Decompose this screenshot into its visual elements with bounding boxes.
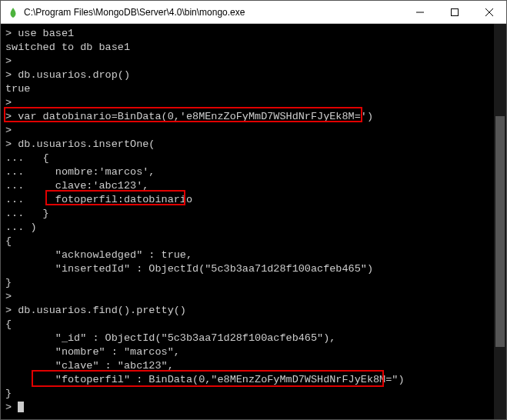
terminal-line: } xyxy=(5,387,502,401)
minimize-button[interactable] xyxy=(402,1,437,23)
terminal-line: > var datobinario=BinData(0,'e8MEnzZoFyM… xyxy=(5,110,502,124)
terminal-line: } xyxy=(5,276,502,290)
scrollbar[interactable] xyxy=(494,24,506,419)
window-controls xyxy=(402,1,506,23)
terminal-line: ... fotoperfil:datobinario xyxy=(5,193,502,207)
terminal-line: ... } xyxy=(5,207,502,221)
terminal-line: > db.usuarios.drop() xyxy=(5,68,502,82)
terminal-line: > use base1 xyxy=(5,27,502,41)
terminal-line: ... ) xyxy=(5,221,502,235)
mongodb-icon xyxy=(7,6,19,18)
terminal-line: "nombre" : "marcos", xyxy=(5,345,502,359)
terminal-line: { xyxy=(5,318,502,332)
maximize-button[interactable] xyxy=(437,1,472,23)
terminal-line: "clave" : "abc123", xyxy=(5,359,502,373)
terminal-line: "acknowledged" : true, xyxy=(5,248,502,262)
terminal-line: > xyxy=(5,124,502,138)
close-button[interactable] xyxy=(472,1,506,23)
terminal-content: > use base1switched to db base1>> db.usu… xyxy=(5,27,502,415)
terminal-line: true xyxy=(5,82,502,96)
terminal-line: > xyxy=(5,290,502,304)
svg-rect-1 xyxy=(451,8,458,15)
terminal-line: { xyxy=(5,235,502,248)
terminal-line: "_id" : ObjectId("5c3b3aa71d28f100acfeb4… xyxy=(5,332,502,345)
scrollbar-thumb[interactable] xyxy=(495,116,505,347)
terminal-line: > db.usuarios.find().pretty() xyxy=(5,304,502,318)
terminal-line: > db.usuarios.insertOne( xyxy=(5,138,502,152)
terminal-line: switched to db base1 xyxy=(5,41,502,55)
terminal-line: ... clave:'abc123', xyxy=(5,179,502,193)
terminal-line: "insertedId" : ObjectId("5c3b3aa71d28f10… xyxy=(5,262,502,276)
terminal-line: > xyxy=(5,401,502,415)
cursor xyxy=(18,402,24,412)
terminal[interactable]: > use base1switched to db base1>> db.usu… xyxy=(1,24,506,419)
terminal-line: > xyxy=(5,55,502,68)
terminal-line: ... nombre:'marcos', xyxy=(5,165,502,179)
terminal-line: ... { xyxy=(5,152,502,165)
titlebar[interactable]: C:\Program Files\MongoDB\Server\4.0\bin\… xyxy=(1,1,506,24)
terminal-line: "fotoperfil" : BinData(0,"e8MEnzZoFyMmD7… xyxy=(5,373,502,387)
window-title: C:\Program Files\MongoDB\Server\4.0\bin\… xyxy=(24,7,402,18)
terminal-line: > xyxy=(5,96,502,110)
app-window: C:\Program Files\MongoDB\Server\4.0\bin\… xyxy=(0,0,507,420)
